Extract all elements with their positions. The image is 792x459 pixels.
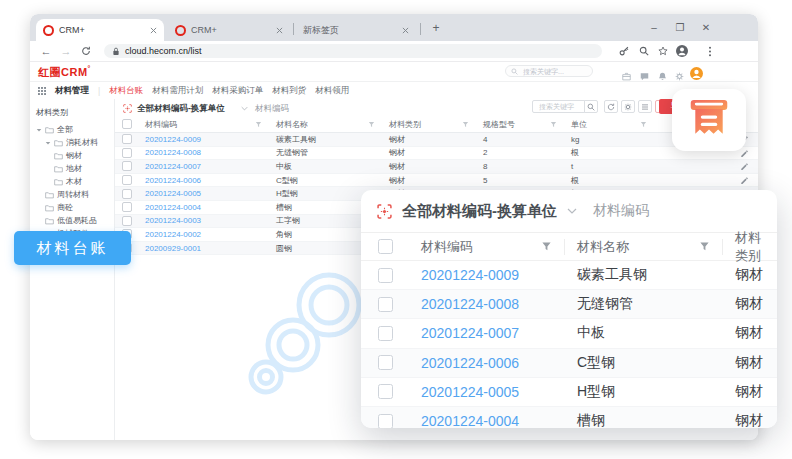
column-header-name[interactable]: 材料名称 — [565, 239, 723, 255]
cell-material-code[interactable]: 20201224-0004 — [409, 413, 565, 428]
cell-material-code[interactable]: 20201224-0005 — [409, 384, 565, 400]
cell-material-code[interactable]: 20201224-0008 — [139, 148, 270, 157]
window-restore-button[interactable]: ❐ — [670, 17, 690, 37]
row-checkbox[interactable] — [122, 175, 132, 185]
cell-material-code[interactable]: 20201224-0006 — [409, 355, 565, 371]
tree-item-all[interactable]: 全部 — [30, 123, 114, 136]
funnel-icon[interactable] — [462, 121, 469, 128]
refresh-list-button[interactable] — [604, 100, 618, 113]
table-row[interactable]: 20201224-0008 无缝钢管 钢材 — [361, 290, 777, 319]
table-row[interactable]: 20201224-0006 C型钢 钢材 5 根 — [115, 174, 758, 188]
bell-icon[interactable] — [658, 67, 667, 85]
row-checkbox[interactable] — [378, 326, 393, 341]
cell-material-code[interactable]: 20201224-0004 — [139, 203, 270, 212]
edit-pencil-icon[interactable] — [740, 176, 748, 184]
column-header-category[interactable]: 材料类别 — [723, 239, 777, 255]
cell-material-code[interactable]: 20201224-0006 — [139, 176, 270, 185]
row-checkbox[interactable] — [122, 134, 132, 144]
nav-item-material-arrival[interactable]: 材料到货 — [272, 85, 306, 97]
column-header-code[interactable]: 材料编码 — [409, 239, 565, 255]
zoom-page-icon[interactable] — [636, 43, 652, 59]
column-header-unit[interactable]: 单位 — [565, 119, 655, 130]
select-all-checkbox[interactable] — [378, 239, 393, 254]
row-checkbox[interactable] — [378, 414, 393, 428]
app-search-box[interactable] — [505, 65, 593, 77]
funnel-icon[interactable] — [255, 121, 262, 128]
edit-pencil-icon[interactable] — [740, 162, 748, 170]
tree-item-low-value-items[interactable]: 低值易耗品 — [30, 214, 114, 227]
column-header-category[interactable]: 材料类别 — [383, 119, 477, 130]
tree-item-wood[interactable]: 木材 — [30, 175, 114, 188]
browser-profile-avatar[interactable] — [674, 43, 690, 59]
row-checkbox[interactable] — [122, 202, 132, 212]
bookmark-star-icon[interactable] — [655, 43, 671, 59]
gear-icon[interactable] — [675, 67, 684, 85]
caret-down-icon[interactable] — [36, 127, 42, 133]
tree-item-turnover-material[interactable]: 周转材料 — [30, 188, 114, 201]
table-row[interactable]: 20201224-0006 C型钢 钢材 — [361, 349, 777, 378]
browser-tab-2[interactable]: CRM+ — [168, 19, 290, 41]
browser-tab-1[interactable]: CRM+ — [36, 19, 164, 41]
column-list-button[interactable] — [638, 100, 652, 113]
settings-button[interactable] — [621, 100, 635, 113]
funnel-icon[interactable] — [550, 121, 557, 128]
cell-material-code[interactable]: 20201224-0009 — [409, 267, 565, 283]
chevron-down-icon[interactable] — [567, 208, 577, 214]
table-row[interactable]: 20201224-0005 H型钢 钢材 — [361, 378, 777, 407]
row-checkbox[interactable] — [378, 268, 393, 283]
list-search-button[interactable] — [584, 100, 598, 113]
table-row[interactable]: 20201224-0007 中板 钢材 — [361, 319, 777, 348]
row-checkbox[interactable] — [122, 189, 132, 199]
apps-grid-icon[interactable] — [38, 87, 46, 95]
table-row[interactable]: 20201224-0009 碳素工具钢 钢材 — [361, 261, 777, 290]
tree-item-steel[interactable]: 钢材 — [30, 149, 114, 162]
chevron-down-icon[interactable] — [241, 106, 248, 111]
funnel-icon[interactable] — [640, 121, 647, 128]
row-checkbox[interactable] — [378, 297, 393, 312]
column-header-spec[interactable]: 规格型号 — [477, 119, 565, 130]
tree-item-consumables[interactable]: 消耗材料 — [30, 136, 114, 149]
cell-material-code[interactable]: 20201224-0008 — [409, 296, 565, 312]
row-checkbox[interactable] — [378, 355, 393, 370]
table-row[interactable]: 20201224-0008 无缝钢管 钢材 2 根 — [115, 147, 758, 161]
cell-material-code[interactable]: 20201224-0009 — [139, 135, 270, 144]
cell-material-code[interactable]: 20201224-0007 — [139, 162, 270, 171]
row-checkbox[interactable] — [378, 384, 393, 399]
select-all-checkbox[interactable] — [122, 119, 132, 129]
nav-item-purchase-order[interactable]: 材料采购订单 — [212, 85, 263, 97]
address-bar[interactable]: cloud.hecom.cn/list — [104, 44, 602, 58]
caret-down-icon[interactable] — [45, 140, 51, 146]
list-search-box[interactable] — [532, 100, 585, 113]
briefcase-icon[interactable] — [622, 67, 631, 85]
browser-tab-3[interactable]: 新标签页 — [296, 19, 416, 41]
back-button[interactable]: ← — [38, 43, 54, 59]
table-row[interactable]: 20201224-0009 碳素工具钢 钢材 4 kg — [115, 133, 758, 147]
funnel-icon[interactable] — [541, 241, 552, 252]
nav-root-label[interactable]: 材料管理 — [55, 85, 89, 97]
list-search-input[interactable] — [537, 102, 580, 111]
row-checkbox[interactable] — [122, 161, 132, 171]
password-key-icon[interactable] — [616, 43, 632, 59]
new-tab-button[interactable]: + — [428, 20, 444, 36]
view-title[interactable]: 全部材料编码-换算单位 — [137, 103, 225, 115]
reload-button[interactable] — [78, 43, 94, 59]
message-icon[interactable] — [640, 67, 649, 85]
funnel-icon[interactable] — [699, 241, 710, 252]
user-avatar[interactable] — [690, 64, 703, 77]
window-close-button[interactable]: ✕ — [696, 17, 716, 37]
tab-close-icon[interactable] — [402, 27, 409, 34]
column-header-code[interactable]: 材料编码 — [139, 119, 270, 130]
cell-material-code[interactable]: 20200929-0001 — [139, 244, 270, 253]
nav-item-material-ledger[interactable]: 材料台账 — [109, 85, 143, 97]
table-row[interactable]: 20201224-0004 槽钢 钢材 — [361, 407, 777, 428]
cell-material-code[interactable]: 20201224-0002 — [139, 230, 270, 239]
panel-view-title[interactable]: 全部材料编码-换算单位 — [402, 202, 557, 221]
tree-item-concrete[interactable]: 商砼 — [30, 201, 114, 214]
tree-item-ground-material[interactable]: 地材 — [30, 162, 114, 175]
funnel-icon[interactable] — [368, 121, 375, 128]
cell-material-code[interactable]: 20201224-0007 — [409, 325, 565, 341]
edit-pencil-icon[interactable] — [740, 149, 748, 157]
cell-material-code[interactable]: 20201224-0005 — [139, 189, 270, 198]
row-checkbox[interactable] — [122, 216, 132, 226]
nav-item-material-use[interactable]: 材料领用 — [315, 85, 349, 97]
